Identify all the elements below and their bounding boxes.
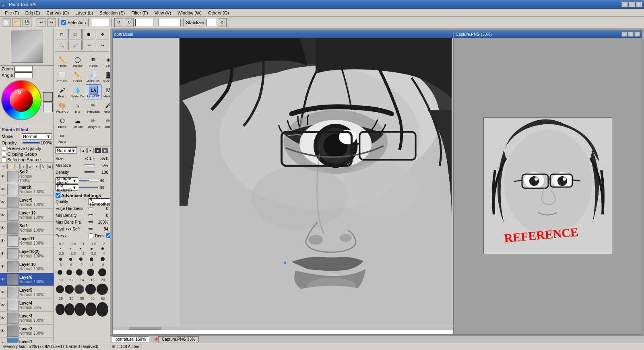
- layer-item-layer3[interactable]: 👁 Layer3 Normal 100%: [0, 312, 54, 325]
- clipping-group-check[interactable]: [2, 152, 6, 156]
- menu-canvas[interactable]: Canvas (C): [43, 10, 72, 16]
- canvas-tab-portrait[interactable]: portrait.sai 150%: [112, 336, 149, 342]
- min-density-slider[interactable]: [89, 214, 93, 216]
- layer-eye-layer12[interactable]: 👁: [1, 213, 6, 217]
- layer-dup-btn[interactable]: ⊕: [27, 164, 33, 169]
- tool-rotate-cw[interactable]: ↩: [82, 40, 95, 50]
- mode-dropdown[interactable]: Normal ▼: [22, 133, 52, 140]
- layer-new-btn[interactable]: +: [1, 164, 6, 169]
- brush-icon3[interactable]: ■: [95, 148, 101, 153]
- layer-set-btn[interactable]: 📁: [7, 164, 13, 169]
- dot-25[interactable]: [56, 304, 65, 315]
- brush-marker[interactable]: M Marker: [102, 84, 110, 99]
- dot-40[interactable]: [85, 303, 97, 316]
- menu-others[interactable]: Others (O): [205, 10, 232, 16]
- tool-move[interactable]: ✥: [96, 29, 109, 39]
- brush-waterco1[interactable]: 💧 WaterCo: [70, 84, 85, 99]
- layer-eye-layer3[interactable]: 👁: [1, 316, 6, 320]
- adv-checkbox[interactable]: [56, 193, 60, 198]
- layer-item-layer5[interactable]: 👁 Layer5 Normal 100%: [0, 286, 54, 299]
- layer-item-layer12[interactable]: 👁 Layer 12 Normal 100%: [0, 209, 54, 222]
- brush-icon4[interactable]: ■: [102, 148, 108, 153]
- dot-2.6[interactable]: [69, 258, 72, 261]
- dot-1[interactable]: [80, 248, 81, 249]
- brush-lineart[interactable]: LA LineART: [86, 84, 101, 99]
- maximize-btn[interactable]: □: [629, 2, 635, 7]
- tool-zoom-out[interactable]: 🔎: [68, 40, 82, 50]
- brush-speckle[interactable]: ▓ speckle: [102, 69, 110, 84]
- dot-3[interactable]: [79, 257, 83, 261]
- layer-del-btn[interactable]: ✕: [34, 164, 39, 169]
- hard-soft-slider[interactable]: [89, 228, 93, 230]
- brush-mode-dropdown[interactable]: Normal ▼: [56, 147, 77, 154]
- toolbar-undo[interactable]: ↩: [37, 18, 45, 27]
- brush-blur[interactable]: ≈ blur: [70, 100, 85, 115]
- brush-blend[interactable]: ⬡ Blend: [55, 115, 70, 130]
- tool-rotate-ccw[interactable]: ↪: [96, 40, 109, 50]
- toolbar-save[interactable]: 💾: [23, 18, 31, 27]
- layer-eye-layer11[interactable]: 👁: [1, 239, 6, 243]
- layer-item-layer2[interactable]: 👁 Layer2 Normal 100%: [0, 325, 54, 338]
- layer-item-layer11[interactable]: 👁 Layer11 Normal 100%: [0, 235, 54, 247]
- brush-rough[interactable]: 🖌 Rough: [102, 100, 110, 115]
- brush-icon1[interactable]: ▲: [80, 148, 87, 153]
- brush-clouds[interactable]: ☁ Clouds: [70, 115, 85, 130]
- dot-16[interactable]: [85, 284, 96, 294]
- layer-item-layer6[interactable]: 👁 Layer6 Normal 100%: [0, 273, 54, 286]
- layer-eye-set2[interactable]: 👁: [1, 174, 6, 179]
- close-btn[interactable]: ✕: [636, 2, 642, 7]
- angle-value[interactable]: +0000: [14, 72, 33, 78]
- brush-waterco2[interactable]: 🎨 WaterCo: [55, 100, 70, 115]
- layer-item-layer1[interactable]: 👁 Layer1 Normal 100%: [0, 338, 54, 343]
- h-scrollbar-thumb[interactable]: [129, 327, 161, 330]
- menu-view[interactable]: View (V): [151, 10, 174, 16]
- density-slider[interactable]: [85, 171, 95, 173]
- dot-4[interactable]: [101, 257, 105, 261]
- selection-checkbox[interactable]: [61, 20, 66, 25]
- tool-lasso[interactable]: ⬡: [68, 29, 82, 39]
- canvas-tab-reference[interactable]: Capture.PNG 33%: [158, 336, 199, 342]
- dot-35[interactable]: [74, 303, 85, 316]
- shape-slider[interactable]: [79, 180, 100, 181]
- layer-merge-btn[interactable]: ⤵: [40, 164, 46, 169]
- dot-0.8[interactable]: [70, 248, 71, 249]
- brush-pencil2[interactable]: ✏️ Pencil: [70, 69, 85, 84]
- dot-7[interactable]: [76, 269, 83, 276]
- brush-noise[interactable]: ≋ Noise: [86, 54, 101, 69]
- dot-2[interactable]: [101, 247, 104, 250]
- layer-eye-layer10[interactable]: 👁: [1, 264, 6, 269]
- color-wheel-container[interactable]: [1, 80, 41, 124]
- toolbar-redo[interactable]: ↪: [47, 18, 56, 27]
- layer-flat-btn[interactable]: ⊞: [47, 164, 53, 169]
- layer-eye-layer4[interactable]: 👁: [1, 303, 6, 307]
- size-slider[interactable]: [93, 158, 95, 159]
- color-wheel[interactable]: [1, 80, 41, 120]
- layer-item-set2[interactable]: 👁 Set2 Normal 100%: [0, 170, 54, 183]
- dot-5[interactable]: [58, 270, 62, 275]
- brush-brush1[interactable]: 🖌 Brush: [55, 84, 70, 99]
- layer-item-layer4[interactable]: 👁 Layer4 Normal 36%: [0, 299, 54, 312]
- brush-airbrush[interactable]: 💨 AirBrush: [86, 69, 101, 84]
- selection-source-check[interactable]: [2, 157, 6, 162]
- dot-6[interactable]: [66, 270, 72, 275]
- zoom-value[interactable]: 150.0%: [14, 66, 33, 72]
- background-color[interactable]: [43, 103, 53, 112]
- layer-up-btn[interactable]: ↑: [14, 164, 20, 169]
- brush-oiled[interactable]: ✏ Oiled: [55, 130, 70, 145]
- layer-eye-layer5[interactable]: 👁: [1, 290, 6, 294]
- layer-eye-set1[interactable]: 👁: [1, 226, 6, 230]
- layer-eye-layer9[interactable]: 👁: [1, 200, 6, 204]
- menu-window[interactable]: Window (W): [174, 10, 205, 16]
- brush-icon2[interactable]: ▼: [87, 148, 94, 153]
- rotate-left[interactable]: ↺: [114, 18, 123, 27]
- edge-hardness-slider[interactable]: [89, 208, 93, 209]
- dot-30[interactable]: [65, 303, 75, 315]
- blend-mode-input[interactable]: Normal: [159, 19, 181, 26]
- layer-item-layer10[interactable]: 👁 Layer 10 Normal 100%: [0, 260, 54, 273]
- brush-pencil1[interactable]: ✏️ Pencil: [55, 54, 70, 69]
- tool-magic-wand[interactable]: ⬢: [82, 29, 95, 39]
- ref-min-btn[interactable]: —: [621, 32, 627, 37]
- layer-item-layer10-2[interactable]: 👁 Layer10(2) Normal 100%: [0, 247, 54, 260]
- layer-down-btn[interactable]: ↓: [21, 164, 26, 169]
- menu-file[interactable]: File (F): [2, 10, 22, 16]
